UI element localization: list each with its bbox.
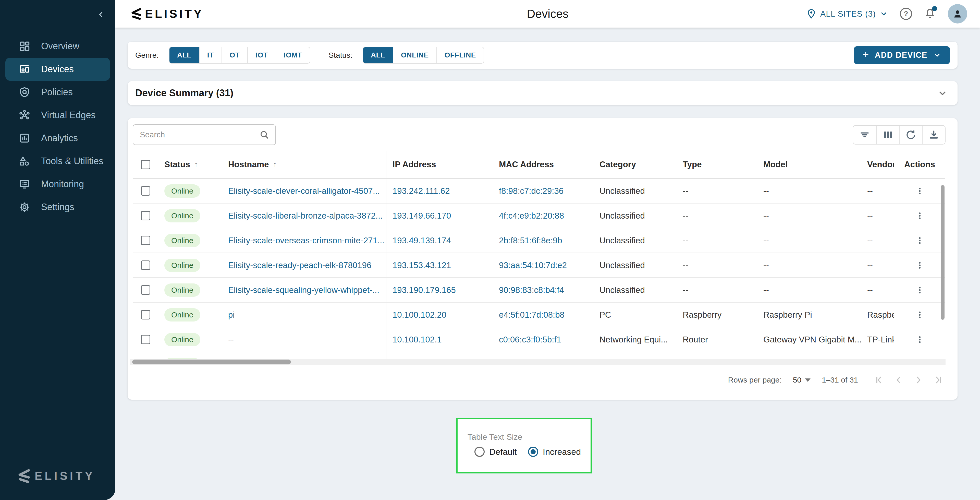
row-checkbox[interactable] (133, 253, 158, 277)
search-input[interactable] (133, 130, 259, 139)
last-page-icon[interactable] (934, 375, 943, 385)
model-cell: -- (757, 228, 863, 252)
row-checkbox[interactable] (133, 203, 158, 228)
sidebar-item-devices[interactable]: Devices (5, 58, 110, 81)
status-online-button[interactable]: ONLINE (393, 47, 436, 63)
column-header-model[interactable]: Model (757, 151, 863, 178)
sidebar-item-policies[interactable]: Policies (0, 81, 115, 104)
column-header-ip[interactable]: IP Address (386, 151, 493, 178)
first-page-icon[interactable] (874, 375, 883, 385)
row-checkbox[interactable] (133, 303, 158, 327)
search-icon[interactable] (259, 129, 270, 140)
refresh-icon[interactable] (899, 126, 922, 144)
genre-all-button[interactable]: ALL (169, 47, 199, 63)
type-cell: -- (676, 228, 757, 252)
site-selector[interactable]: ALL SITES (3) (806, 8, 888, 19)
kebab-icon[interactable] (915, 187, 924, 196)
mac-address-cell[interactable]: f8:98:c7:dc:29:36 (493, 179, 593, 203)
device-summary-panel[interactable]: Device Summary (31) (127, 81, 958, 105)
mac-address-cell[interactable]: 93:aa:54:10:7d:e2 (493, 253, 593, 277)
filter-icon[interactable] (853, 126, 876, 144)
next-page-icon[interactable] (914, 375, 923, 385)
hostname-cell[interactable]: Elisity-scale-overseas-crimson-mite-271.… (222, 228, 386, 252)
horizontal-scrollbar-thumb[interactable] (132, 359, 291, 364)
row-checkbox[interactable] (133, 352, 158, 359)
chevron-down-icon[interactable] (937, 88, 948, 99)
column-header-mac[interactable]: MAC Address (493, 151, 593, 178)
ip-address-cell[interactable]: 193.149.66.170 (386, 203, 493, 228)
genre-it-button[interactable]: IT (199, 47, 221, 63)
hostname-cell[interactable]: Elisity-scale-liberal-bronze-alpaca-3872… (222, 203, 386, 228)
row-actions-menu[interactable] (894, 203, 945, 228)
mac-address-cell[interactable]: e4:5f:01:7d:08:b8 (493, 303, 593, 327)
hostname-cell[interactable]: Elisity-scale-ready-peach-elk-8780196 (222, 253, 386, 277)
kebab-icon[interactable] (915, 261, 924, 270)
row-checkbox[interactable] (133, 278, 158, 302)
sidebar-item-virtual-edges[interactable]: Virtual Edges (0, 104, 115, 127)
ip-address-cell[interactable]: 193.242.111.62 (386, 179, 493, 203)
status-offline-button[interactable]: OFFLINE (436, 47, 484, 63)
row-actions-menu[interactable] (894, 327, 945, 351)
type-cell: -- (676, 253, 757, 277)
ip-address-cell[interactable]: 10.100.102.20 (386, 303, 493, 327)
mac-address-cell[interactable]: 90:98:83:c8:b4:f4 (493, 278, 593, 302)
kebab-icon[interactable] (915, 335, 924, 344)
row-actions-menu[interactable] (894, 352, 945, 359)
ip-address-cell[interactable]: 193.153.43.121 (386, 253, 493, 277)
mac-address-cell[interactable]: 4f:c4:e9:b2:20:88 (493, 203, 593, 228)
help-icon[interactable]: ? (900, 8, 912, 20)
kebab-icon[interactable] (915, 286, 924, 295)
sidebar-item-analytics[interactable]: Analytics (0, 127, 115, 150)
ip-address-cell[interactable]: 193.49.139.174 (386, 228, 493, 252)
category-cell: Unclassified (593, 179, 676, 203)
row-checkbox[interactable] (133, 179, 158, 203)
row-checkbox[interactable] (133, 228, 158, 252)
row-checkbox[interactable] (133, 327, 158, 351)
download-icon[interactable] (922, 126, 945, 144)
row-actions-menu[interactable] (894, 253, 945, 277)
column-header-status[interactable]: Status↑ (158, 151, 222, 178)
add-device-button[interactable]: + ADD DEVICE (854, 46, 950, 64)
caret-down-icon (805, 379, 811, 382)
rows-per-page-select[interactable]: 50 (793, 375, 811, 384)
mac-address-cell[interactable]: 2b:f8:51:6f:8e:9b (493, 228, 593, 252)
column-header-vendor[interactable]: Vendor (863, 151, 894, 178)
avatar[interactable] (948, 4, 967, 24)
kebab-icon[interactable] (915, 236, 924, 245)
text-size-default-option[interactable]: Default (474, 447, 517, 457)
column-header-hostname[interactable]: Hostname↑ (222, 151, 386, 178)
row-actions-menu[interactable] (894, 303, 945, 327)
genre-ot-button[interactable]: OT (221, 47, 248, 63)
sidebar-item-settings[interactable]: Settings (0, 196, 115, 219)
hostname-cell[interactable]: Elisity-scale-clever-coral-alligator-450… (222, 179, 386, 203)
columns-icon[interactable] (876, 126, 899, 144)
row-actions-menu[interactable] (894, 179, 945, 203)
sidebar-collapse-icon[interactable] (97, 10, 105, 19)
sidebar-item-monitoring[interactable]: Monitoring (0, 173, 115, 196)
text-size-increased-option[interactable]: Increased (528, 447, 581, 457)
mac-address-cell[interactable]: c0:06:c3:f0:5b:f1 (493, 327, 593, 351)
sidebar-item-tools-utilities[interactable]: Tools & Utilities (0, 150, 115, 173)
device-table-card: Status↑ Hostname↑ IP Address MAC Address… (127, 118, 958, 399)
horizontal-scrollbar[interactable] (130, 359, 945, 365)
prev-page-icon[interactable] (894, 375, 904, 385)
sidebar-item-overview[interactable]: Overview (0, 35, 115, 58)
kebab-icon[interactable] (915, 211, 924, 220)
hostname-cell[interactable]: Elisity-scale-squealing-yellow-whippet-.… (222, 278, 386, 302)
column-header-category[interactable]: Category (593, 151, 676, 178)
radio-unselected-icon[interactable] (474, 447, 485, 457)
hostname-cell[interactable]: pi (222, 303, 386, 327)
genre-iomt-button[interactable]: IOMT (275, 47, 310, 63)
status-all-button[interactable]: ALL (363, 47, 393, 63)
column-header-type[interactable]: Type (676, 151, 757, 178)
ip-address-cell[interactable]: 10.100.102.1 (386, 327, 493, 351)
ip-address-cell[interactable]: 193.190.179.165 (386, 278, 493, 302)
vertical-scrollbar[interactable] (941, 185, 945, 320)
notifications-button[interactable] (924, 8, 936, 20)
row-actions-menu[interactable] (894, 228, 945, 252)
select-all-checkbox[interactable] (133, 151, 158, 178)
genre-iot-button[interactable]: IOT (247, 47, 275, 63)
radio-selected-icon[interactable] (528, 447, 538, 457)
kebab-icon[interactable] (915, 310, 924, 319)
row-actions-menu[interactable] (894, 278, 945, 302)
